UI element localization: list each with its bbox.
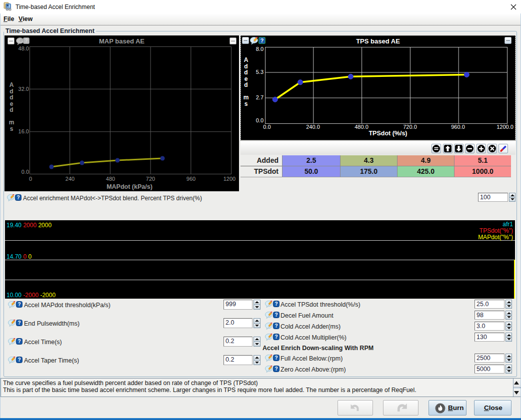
svg-text:?: ? — [274, 312, 278, 318]
svg-text:?: ? — [274, 366, 278, 372]
svg-text:?: ? — [18, 339, 20, 344]
svg-text:?: ? — [274, 334, 278, 340]
svg-text:?: ? — [274, 323, 278, 329]
svg-text:?: ? — [18, 320, 20, 326]
svg-text:?: ? — [18, 302, 20, 307]
svg-text:?: ? — [274, 301, 278, 307]
svg-text:?: ? — [16, 195, 20, 200]
svg-text:?: ? — [274, 355, 278, 361]
svg-text:?: ? — [18, 357, 20, 363]
